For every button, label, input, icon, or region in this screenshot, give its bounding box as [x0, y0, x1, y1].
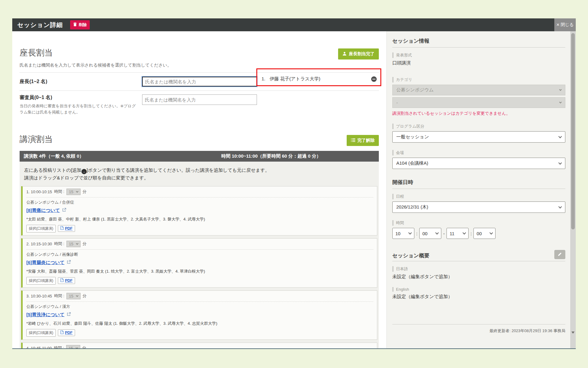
lecture-time-row: 2. 10:15-10:30 時間 : 15 分: [26, 241, 373, 250]
session-info-heading: セッション情報: [392, 37, 565, 48]
end-minute-select[interactable]: 00: [473, 228, 496, 239]
category-value: 公募シンポジウム: [396, 87, 434, 93]
scrollbar-thumb[interactable]: [571, 33, 575, 229]
last-updated-text: 最終更新者: 2023年08月29日 19:36 事務局: [392, 324, 565, 334]
lecture-number-time: 2. 10:15-10:30: [26, 242, 52, 246]
lecture-category: 公募シンポジウム / 合併症: [26, 200, 373, 205]
lecture-card[interactable]: 3. 10:30-10:45 時間 : 15 分 公募シンポジウム / 漢方 […: [21, 290, 377, 340]
category-label: カテゴリ: [392, 77, 565, 82]
lecture-category: 公募シンポジウム / 画像診断: [26, 252, 373, 257]
delete-session-button[interactable]: 削除: [70, 20, 90, 29]
lecture-number-time: 1. 10:00-10:15: [26, 190, 52, 194]
chair-assign-row: 座長(1~2 名) 1. 伊藤 花子(アトラス大学): [20, 72, 379, 90]
lecture-title-link[interactable]: [5]胃洗浄について: [26, 312, 65, 318]
assigned-chair-item: 1. 伊藤 花子(アトラス大学): [262, 76, 377, 82]
time-colon: :: [470, 231, 472, 236]
lecture-title-link[interactable]: [8]胃痛について: [26, 208, 60, 213]
chevron-down-icon: [558, 135, 562, 138]
category-warning: 講演割当されているセッションはカテゴリを変更できません。: [392, 111, 565, 116]
lecture-title-row: [6]胃腸炎について: [26, 260, 373, 266]
chair-assign-complete-button[interactable]: 座長割当完了: [338, 48, 379, 59]
chair-assign-complete-label: 座長割当完了: [349, 51, 375, 57]
chevron-down-icon: [463, 231, 466, 234]
lecture-authors: *太田 結愛、森田 葵、中村 新、村上 優奈 (1. 黒富士大学、2. 大真名子…: [26, 217, 373, 222]
format-label: 発表形式: [392, 52, 565, 58]
chair-search-input[interactable]: [142, 77, 257, 86]
minutes-label: 分: [82, 345, 86, 348]
external-link-icon[interactable]: [67, 260, 71, 265]
modal-titlebar: セッション詳細 削除 × 閉じる: [12, 18, 576, 31]
vertical-scrollbar[interactable]: [570, 31, 576, 348]
end-hour-select[interactable]: 11: [447, 228, 469, 239]
chevron-down-icon: [558, 161, 562, 164]
start-hour-value: 10: [395, 231, 401, 236]
add-circle-icon: →: [81, 169, 87, 174]
external-link-icon[interactable]: [67, 312, 71, 317]
lecture-title-row: [8]胃痛について: [26, 208, 373, 213]
pencil-icon: [558, 252, 562, 257]
minutes-label: 分: [83, 241, 87, 247]
chevron-down-icon: [435, 231, 439, 234]
lecture-time-text: 時間 10:00~11:00（所要時間 60 分：超過 0 分）: [221, 153, 375, 159]
start-minute-select[interactable]: 00: [419, 228, 441, 239]
chevron-down-icon: [559, 101, 562, 103]
pdf-link-label: PDF: [65, 278, 73, 283]
pdf-button[interactable]: PDF: [58, 329, 75, 336]
chevron-down-icon: [559, 88, 562, 91]
lecture-time-row: 4. 10:45-11:00 時間 : 15 分: [26, 345, 373, 348]
complete-release-button[interactable]: 完了解除: [347, 135, 379, 146]
lecture-card[interactable]: 1. 10:00-10:15 時間 : 15 分 公募シンポジウム / 合併症 …: [21, 186, 377, 236]
end-hour-value: 11: [450, 231, 454, 236]
minutes-label: 分: [83, 293, 87, 299]
chair-label: 座長(1~2 名): [20, 79, 142, 85]
lecture-card[interactable]: 2. 10:15-10:30 時間 : 15 分 公募シンポジウム / 画像診断…: [21, 238, 377, 288]
program-select[interactable]: 一般セッション: [392, 131, 565, 143]
english-overview-value: 未設定（編集ボタンで追加）: [392, 294, 565, 300]
pdf-button[interactable]: PDF: [58, 225, 75, 232]
lecture-count-text: 講演数 4件（一般 4, 依頼 0）: [24, 153, 84, 159]
duration-value: 15: [69, 242, 73, 246]
lecture-badges: 採択(口頭講演) PDF: [26, 225, 373, 232]
start-minute-value: 00: [422, 231, 428, 236]
close-icon: ×: [556, 22, 560, 28]
duration-value: 15: [69, 190, 73, 194]
remove-chair-icon[interactable]: [371, 76, 377, 82]
scrollbar-down-arrow[interactable]: [570, 329, 576, 335]
duration-label: 時間 :: [54, 345, 64, 348]
close-button[interactable]: × 閉じる: [554, 18, 576, 31]
date-select[interactable]: 2026/12/31 (木): [392, 201, 565, 213]
venue-value: A104 (会議棟A): [396, 160, 428, 166]
status-badge: 採択(口頭講演): [26, 329, 56, 337]
pdf-button[interactable]: PDF: [58, 277, 75, 284]
program-value: 一般セッション: [396, 134, 429, 140]
pdf-file-icon: [60, 278, 64, 283]
start-hour-select[interactable]: 10: [392, 228, 414, 239]
category-select[interactable]: 公募シンポジウム: [392, 85, 565, 95]
duration-select[interactable]: 15: [66, 189, 80, 195]
edit-overview-button[interactable]: [554, 250, 565, 259]
close-button-label: 閉じる: [561, 22, 574, 28]
category-sub-select[interactable]: -: [392, 97, 565, 108]
lecture-card[interactable]: 4. 10:45-11:00 時間 : 15 分 公募シンポジウム / 化学療法…: [21, 343, 377, 348]
duration-label: 時間 :: [54, 189, 64, 194]
venue-select[interactable]: A104 (会議棟A): [392, 158, 565, 169]
duration-select[interactable]: 15: [66, 293, 80, 299]
lecture-authors: *岩崎 ひかり、石川 結愛、森田 陽斗、佐藤 陽太 (1. 御飯大学、2. 武尊…: [26, 321, 373, 326]
duration-select[interactable]: 15: [66, 345, 80, 348]
lecture-list-panel: 左にある投稿リストの[追加→]ボタンで割り当てる講演を追加してください。誤った講…: [20, 162, 379, 348]
program-label: プログラム区分: [392, 124, 565, 129]
japanese-label: 日本語: [392, 266, 565, 272]
time-colon: :: [416, 231, 417, 236]
duration-label: 時間 :: [54, 241, 64, 247]
assigned-chair-number: 1.: [262, 76, 266, 82]
end-minute-value: 00: [477, 231, 482, 236]
japanese-overview-value: 未設定（編集ボタンで追加）: [392, 274, 565, 280]
reviewer-search-input[interactable]: [142, 94, 257, 105]
lecture-title-row: [5]胃洗浄について: [26, 312, 373, 318]
session-detail-modal: セッション詳細 削除 × 閉じる 座長割当 座長割当完了 氏名または機関名を入力…: [12, 18, 576, 349]
pdf-file-icon: [60, 226, 64, 231]
duration-select[interactable]: 15: [66, 241, 80, 247]
external-link-icon[interactable]: [62, 208, 66, 213]
chair-section-header: 座長割当 座長割当完了: [20, 48, 379, 59]
lecture-title-link[interactable]: [6]胃腸炎について: [26, 260, 65, 266]
